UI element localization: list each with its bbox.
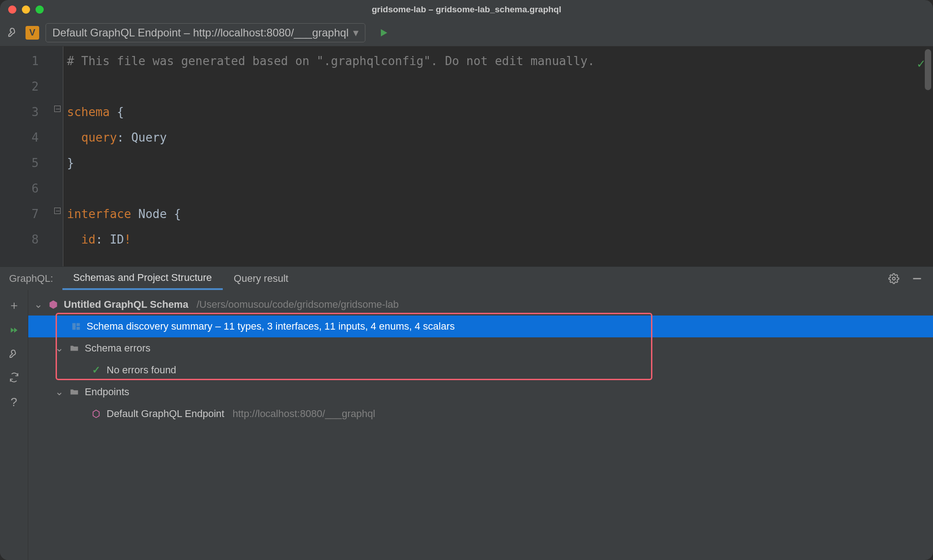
run-icon[interactable] bbox=[378, 27, 389, 38]
check-icon: ✓ bbox=[90, 359, 102, 381]
tab-schemas[interactable]: Schemas and Project Structure bbox=[62, 267, 223, 290]
svg-point-0 bbox=[892, 277, 895, 280]
endpoint-dropdown[interactable]: Default GraphQL Endpoint – http://localh… bbox=[46, 23, 365, 42]
panel-side-toolbar: ＋ ? bbox=[0, 290, 28, 560]
window-title: gridsome-lab – gridsome-lab_schema.graph… bbox=[0, 5, 933, 15]
fold-column bbox=[52, 46, 63, 266]
fold-icon[interactable] bbox=[54, 208, 61, 214]
endpoint-icon bbox=[90, 409, 102, 418]
tree-endpoint-item[interactable]: Default GraphQL Endpoint http://localhos… bbox=[28, 403, 933, 425]
version-badge: V bbox=[26, 26, 39, 40]
titlebar: gridsome-lab – gridsome-lab_schema.graph… bbox=[0, 0, 933, 19]
code-editor[interactable]: 1 2 3 4 5 6 7 8 # This file was generate… bbox=[0, 46, 933, 266]
panel-title: GraphQL: bbox=[0, 267, 62, 290]
tree-endpoint-name: Default GraphQL Endpoint bbox=[107, 403, 224, 425]
panel-body: ＋ ? ⌄ Untitled GraphQL Schema /Users/oom… bbox=[0, 290, 933, 560]
validation-ok-icon: ✓ bbox=[917, 51, 925, 76]
line-gutter: 1 2 3 4 5 6 7 8 bbox=[0, 46, 52, 266]
tree-errors-row[interactable]: ⌄ Schema errors bbox=[28, 337, 933, 359]
tree-summary-row[interactable]: Schema discovery summary – 11 types, 3 i… bbox=[28, 316, 933, 337]
code-content[interactable]: # This file was generated based on ".gra… bbox=[63, 46, 595, 266]
scrollbar-thumb[interactable] bbox=[925, 49, 931, 90]
wrench-icon[interactable] bbox=[9, 349, 20, 360]
help-icon[interactable]: ? bbox=[10, 395, 17, 409]
folder-icon bbox=[68, 387, 80, 397]
chevron-down-icon[interactable]: ⌄ bbox=[55, 381, 64, 403]
svg-rect-2 bbox=[72, 323, 76, 330]
toolbar: V Default GraphQL Endpoint – http://loca… bbox=[0, 19, 933, 46]
tree-endpoint-url: http://localhost:8080/___graphql bbox=[232, 403, 375, 425]
rerun-icon[interactable] bbox=[9, 326, 19, 336]
graphql-schema-icon bbox=[47, 300, 59, 310]
chevron-down-icon[interactable]: ⌄ bbox=[55, 337, 64, 359]
gear-icon[interactable] bbox=[888, 273, 899, 284]
panel-tabbar: GraphQL: Schemas and Project Structure Q… bbox=[0, 266, 933, 290]
summary-icon bbox=[70, 321, 82, 331]
tree-no-errors-row[interactable]: ✓ No errors found bbox=[28, 359, 933, 381]
tree-endpoints-row[interactable]: ⌄ Endpoints bbox=[28, 381, 933, 403]
svg-rect-3 bbox=[77, 323, 80, 326]
schema-tree[interactable]: ⌄ Untitled GraphQL Schema /Users/oomusou… bbox=[28, 290, 933, 560]
hide-panel-icon[interactable] bbox=[911, 273, 923, 285]
tree-summary-label: Schema discovery summary – 11 types, 3 i… bbox=[87, 316, 455, 337]
folder-icon bbox=[68, 343, 80, 353]
fold-icon[interactable] bbox=[54, 106, 61, 112]
tree-endpoints-label: Endpoints bbox=[85, 381, 129, 403]
tree-root[interactable]: ⌄ Untitled GraphQL Schema /Users/oomusou… bbox=[28, 294, 933, 316]
tree-root-path: /Users/oomusou/code/gridsome/gridsome-la… bbox=[196, 294, 399, 316]
endpoint-dropdown-label: Default GraphQL Endpoint – http://localh… bbox=[52, 26, 349, 39]
refresh-icon[interactable] bbox=[9, 372, 19, 382]
chevron-down-icon: ▾ bbox=[353, 26, 359, 39]
tree-no-errors-label: No errors found bbox=[107, 359, 176, 381]
svg-rect-4 bbox=[77, 327, 80, 330]
tree-root-label: Untitled GraphQL Schema bbox=[64, 294, 188, 316]
tab-query-result[interactable]: Query result bbox=[223, 267, 299, 290]
svg-marker-5 bbox=[93, 410, 99, 418]
add-icon[interactable]: ＋ bbox=[8, 297, 20, 313]
chevron-down-icon[interactable]: ⌄ bbox=[34, 294, 43, 316]
build-icon[interactable] bbox=[7, 27, 19, 39]
tree-errors-label: Schema errors bbox=[85, 337, 150, 359]
